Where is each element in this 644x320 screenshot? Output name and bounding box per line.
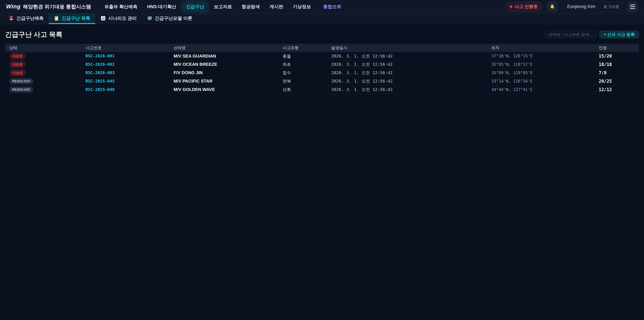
divider: [317, 3, 317, 10]
tab-label: 긴급구난모델 이론: [155, 15, 192, 21]
tab-label: 긴급구난 목록: [62, 15, 90, 21]
table-row[interactable]: RESOLVED RSC-2025-045 M/V PACIFIC STAR 전…: [5, 77, 639, 85]
incident-datetime: 2026. 3. 1. 오전 12:56:42: [327, 70, 487, 76]
divider: [562, 3, 562, 10]
incident-type: 침수: [278, 70, 327, 76]
nav-integrated-search[interactable]: 통합조회: [320, 2, 345, 12]
table-row[interactable]: 대응중 RSC-2026-002 M/V OCEAN BREEZE 좌초 202…: [5, 60, 639, 69]
incident-location: 35°05'N, 128°37'E: [487, 62, 594, 67]
logout-button[interactable]: 로그아웃: [600, 2, 622, 11]
bar-chart-icon: [100, 16, 106, 21]
page-header: 긴급구난 사고 목록 + 신규 사고 등록: [0, 24, 644, 44]
tab-scenario-management[interactable]: 시나리오 관리: [95, 14, 142, 24]
search-input[interactable]: [545, 31, 597, 38]
nav-oil-spill-prediction[interactable]: 유출유 확산예측: [100, 2, 141, 12]
col-header-incident-type: 사고유형: [278, 45, 327, 51]
table-row[interactable]: 대응중 RSC-2026-003 F/V DONG JIN 침수 2026. 3…: [5, 69, 639, 77]
books-icon: [147, 16, 152, 21]
incident-type: 전복: [278, 78, 327, 84]
incident-table: 상태 사고번호 선박명 사고유형 발생일시 위치 인명 대응중 RSC-2026…: [5, 44, 639, 94]
status-badge: RESOLVED: [9, 78, 33, 84]
persons-count: 15/20: [594, 54, 639, 59]
app-logo: Wing 해양환경 위기대응 통합시스템: [6, 3, 91, 10]
incident-id[interactable]: RSC-2025-040: [81, 87, 170, 92]
col-header-ship-name: 선박명: [170, 45, 278, 51]
incident-type: 선회: [278, 87, 327, 92]
tab-rescue-prediction[interactable]: 긴급구난예측: [3, 14, 49, 24]
incident-datetime: 2026. 3. 1. 오전 12:56:42: [327, 62, 487, 67]
col-header-datetime: 발생일시: [327, 45, 487, 51]
incident-id[interactable]: RSC-2026-003: [81, 71, 170, 75]
incident-active-badge: 사고 진행중: [505, 2, 542, 12]
col-header-location: 위치: [487, 45, 594, 51]
new-incident-button[interactable]: + 신규 사고 등록: [600, 31, 639, 38]
incident-datetime: 2026. 3. 1. 오전 12:56:42: [327, 87, 487, 92]
col-header-persons: 인명: [594, 45, 639, 51]
page-title: 긴급구난 사고 목록: [5, 30, 62, 39]
nav-board[interactable]: 게시판: [266, 2, 287, 12]
ship-name: F/V DONG JIN: [170, 70, 278, 75]
col-header-status: 상태: [5, 45, 81, 51]
incident-type: 좌초: [278, 62, 327, 67]
alert-dot-icon: [510, 5, 512, 8]
incident-location: 37°28'N, 126°15'E: [487, 54, 594, 58]
menu-button[interactable]: [627, 1, 638, 12]
tab-rescue-model-theory[interactable]: 긴급구난모델 이론: [142, 14, 198, 24]
notifications-button[interactable]: [547, 1, 558, 12]
status-badge: 대응중: [9, 61, 26, 68]
incident-location: 33°14'N, 126°34'E: [487, 79, 594, 84]
incident-location: 34°44'N, 127°41'E: [487, 87, 594, 92]
app-title: 해양환경 위기대응 통합시스템: [23, 3, 91, 10]
table-body: 대응중 RSC-2026-001 M/V SEA GUARDIAN 충돌 202…: [5, 52, 639, 94]
ship-name: M/V OCEAN BREEZE: [170, 62, 278, 67]
divider: [96, 3, 96, 10]
nav-weather-info[interactable]: 기상정보: [289, 2, 314, 12]
nav-emergency-rescue[interactable]: 긴급구난: [182, 2, 208, 12]
sub-tab-bar: 긴급구난예측 긴급구난 목록 시나리오 관리 긴급구난모델 이론: [0, 14, 644, 24]
table-header-row: 상태 사고번호 선박명 사고유형 발생일시 위치 인명: [5, 44, 639, 52]
persons-count: 12/12: [594, 87, 639, 92]
main-nav: 유출유 확산예측 HNS·대기확산 긴급구난 보고자료 항공탐색 게시판 기상정…: [100, 2, 345, 12]
nav-hns-air-diffusion[interactable]: HNS·대기확산: [144, 2, 180, 12]
tab-rescue-list[interactable]: 긴급구난 목록: [49, 14, 95, 24]
incident-id[interactable]: RSC-2026-002: [81, 62, 170, 67]
clipboard-icon: [54, 16, 59, 21]
incident-type: 충돌: [278, 53, 327, 59]
nav-reports[interactable]: 보고자료: [210, 2, 236, 12]
tab-label: 시나리오 관리: [108, 15, 137, 21]
persons-count: 7/8: [594, 70, 639, 75]
persons-count: 18/18: [594, 62, 639, 67]
tab-label: 긴급구난예측: [16, 15, 44, 21]
table-row[interactable]: RESOLVED RSC-2025-040 M/V GOLDEN WAVE 선회…: [5, 85, 639, 94]
incident-datetime: 2026. 3. 1. 오전 12:56:42: [327, 53, 487, 59]
bell-icon: [550, 4, 555, 10]
status-badge: 대응중: [9, 69, 26, 76]
logo-mark: Wing: [6, 3, 21, 10]
incident-location: 35°09'N, 129°05'E: [487, 71, 594, 75]
incident-id[interactable]: RSC-2026-001: [81, 54, 170, 58]
top-bar: Wing 해양환경 위기대응 통합시스템 유출유 확산예측 HNS·대기확산 긴…: [0, 0, 644, 14]
user-name: Eunjeong Kim: [567, 4, 595, 9]
incident-datetime: 2026. 3. 1. 오전 12:56:42: [327, 78, 487, 84]
ship-name: M/V PACIFIC STAR: [170, 79, 278, 84]
hamburger-menu-icon: [630, 5, 635, 9]
col-header-incident-id: 사고번호: [81, 45, 170, 51]
alert-badge-label: 사고 진행중: [515, 4, 538, 10]
ship-name: M/V SEA GUARDIAN: [170, 54, 278, 59]
siren-icon: [8, 16, 14, 21]
ship-name: M/V GOLDEN WAVE: [170, 87, 278, 92]
persons-count: 20/25: [594, 79, 639, 84]
nav-aerial-search[interactable]: 항공탐색: [238, 2, 264, 12]
incident-id[interactable]: RSC-2025-045: [81, 79, 170, 84]
status-badge: 대응중: [9, 53, 26, 60]
status-badge: RESOLVED: [9, 87, 33, 93]
table-row[interactable]: 대응중 RSC-2026-001 M/V SEA GUARDIAN 충돌 202…: [5, 52, 639, 60]
